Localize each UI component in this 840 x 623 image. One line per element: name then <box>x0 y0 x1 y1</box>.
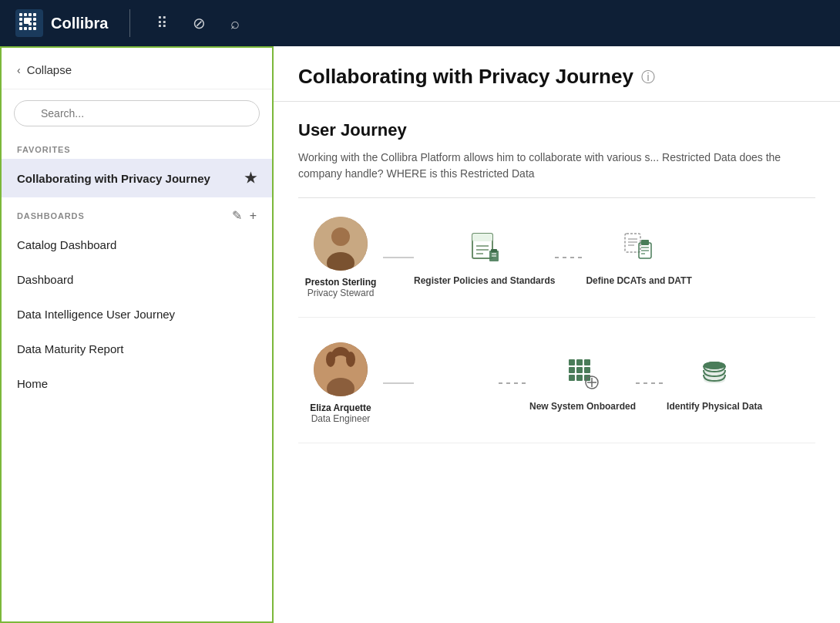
svg-rect-49 <box>569 375 575 381</box>
avatar-eliza <box>314 342 368 396</box>
connector-2b <box>499 382 529 384</box>
step-label-data: Identify Physical Data <box>667 401 762 413</box>
svg-point-41 <box>346 352 355 367</box>
dcat-icon <box>619 227 659 268</box>
person-role-preston: Privacy Steward <box>307 288 375 298</box>
svg-rect-20 <box>472 234 492 241</box>
svg-rect-50 <box>576 375 583 381</box>
dashboards-section-header: DASHBOARDS ✎ + <box>2 200 272 227</box>
connector-2c <box>636 382 667 384</box>
line-1a <box>383 257 414 258</box>
svg-rect-46 <box>569 367 575 373</box>
sidebar-item-home[interactable]: Home <box>2 366 272 401</box>
sidebar-item-home-label: Home <box>17 377 48 390</box>
collapse-button[interactable]: ‹ Collapse <box>2 48 272 89</box>
edit-icon[interactable]: ✎ <box>232 208 242 223</box>
journey-step-dcat[interactable]: Define DCATs and DATT <box>586 227 691 288</box>
svg-rect-25 <box>491 249 497 252</box>
favorites-label: FAVORITES <box>2 137 272 159</box>
svg-rect-12 <box>24 27 27 30</box>
connector-1a <box>383 257 414 258</box>
sidebar-item-dashboard[interactable]: Dashboard <box>2 262 272 297</box>
svg-rect-47 <box>576 367 583 373</box>
svg-point-56 <box>704 362 725 369</box>
journey-step-system[interactable]: New System Onboarded <box>529 353 636 413</box>
star-icon: ★ <box>244 170 257 187</box>
journey-content: User Journey Working with the Collibra P… <box>274 102 840 623</box>
sidebar-item-data-maturity[interactable]: Data Maturity Report <box>2 332 272 366</box>
journey-row-1: Preston Sterling Privacy Steward <box>298 217 815 318</box>
connector-1b <box>555 257 586 258</box>
right-panel: Collaborating with Privacy Journey ⓘ Use… <box>274 46 840 623</box>
connector-2a <box>383 382 414 384</box>
dashboards-label: DASHBOARDS <box>17 211 85 221</box>
svg-rect-33 <box>641 240 649 245</box>
avatar-svg-preston <box>314 217 368 271</box>
svg-rect-8 <box>19 27 22 30</box>
svg-rect-2 <box>24 13 27 16</box>
svg-rect-45 <box>584 359 590 365</box>
page-header: Collaborating with Privacy Journey ⓘ <box>274 46 840 102</box>
search-container: 🔍 <box>2 89 272 137</box>
search-icon[interactable]: ⌕ <box>226 10 244 37</box>
svg-rect-3 <box>29 13 32 16</box>
avatar-preston <box>314 217 368 271</box>
svg-rect-44 <box>576 359 583 365</box>
page-title: Collaborating with Privacy Journey <box>298 65 633 89</box>
svg-rect-6 <box>19 22 22 25</box>
step-label-policies: Register Policies and Standards <box>414 275 555 288</box>
logo[interactable]: Collibra <box>15 9 108 37</box>
svg-point-17 <box>331 227 350 246</box>
svg-rect-1 <box>19 13 22 16</box>
sidebar-item-data-intelligence[interactable]: Data Intelligence User Journey <box>2 297 272 332</box>
journey-description: Working with the Collibra Platform allow… <box>298 150 815 198</box>
svg-rect-4 <box>19 18 22 21</box>
journey-step-policies[interactable]: Register Policies and Standards <box>414 227 555 288</box>
line-2c <box>636 382 667 384</box>
sidebar-item-catalog-dashboard[interactable]: Catalog Dashboard <box>2 227 272 262</box>
sidebar: ‹ Collapse 🔍 FAVORITES Collaborating wit… <box>0 46 274 623</box>
journey-person-preston: Preston Sterling Privacy Steward <box>298 217 383 298</box>
person-role-eliza: Data Engineer <box>311 413 371 424</box>
logo-icon <box>15 9 43 37</box>
policies-icon <box>465 227 505 268</box>
svg-rect-28 <box>625 234 640 252</box>
journey-section-title: User Journey <box>298 120 815 140</box>
compass-icon[interactable]: ⊘ <box>188 9 210 37</box>
system-icon <box>563 353 603 393</box>
add-icon[interactable]: + <box>250 209 257 223</box>
search-wrapper: 🔍 <box>14 100 260 126</box>
logo-text: Collibra <box>51 15 108 32</box>
svg-rect-10 <box>33 13 36 16</box>
sidebar-item-collaborating[interactable]: Collaborating with Privacy Journey ★ <box>2 159 272 197</box>
nav-divider <box>129 9 130 37</box>
line-2b <box>499 382 529 384</box>
data-icon <box>694 353 734 393</box>
svg-rect-43 <box>569 359 575 365</box>
main-area: ‹ Collapse 🔍 FAVORITES Collaborating wit… <box>0 46 840 623</box>
svg-rect-48 <box>584 367 590 373</box>
svg-rect-14 <box>33 22 36 25</box>
journey-person-eliza: Eliza Arquette Data Engineer <box>298 342 383 424</box>
grid-icon[interactable]: ⠿ <box>152 9 173 37</box>
sidebar-item-data-intelligence-label: Data Intelligence User Journey <box>17 308 175 321</box>
avatar-svg-eliza <box>314 342 368 396</box>
journey-row-2: Eliza Arquette Data Engineer <box>298 342 815 443</box>
svg-rect-15 <box>33 27 36 30</box>
sidebar-item-data-maturity-label: Data Maturity Report <box>17 342 123 355</box>
section-actions: ✎ + <box>232 208 257 223</box>
search-input[interactable] <box>14 100 260 126</box>
sidebar-item-catalog-dashboard-label: Catalog Dashboard <box>17 238 116 251</box>
svg-rect-7 <box>29 18 32 21</box>
sidebar-item-dashboard-label: Dashboard <box>17 273 73 286</box>
top-navbar: Collibra ⠿ ⊘ ⌕ <box>0 0 840 46</box>
person-name-eliza: Eliza Arquette <box>310 402 371 413</box>
step-label-dcat: Define DCATs and DATT <box>586 275 691 288</box>
journey-step-data[interactable]: Identify Physical Data <box>667 353 762 413</box>
svg-rect-11 <box>33 18 36 21</box>
line-1b <box>555 257 586 258</box>
svg-point-40 <box>326 352 335 367</box>
chevron-left-icon: ‹ <box>17 64 21 76</box>
info-icon[interactable]: ⓘ <box>641 68 655 86</box>
person-name-preston: Preston Sterling <box>305 277 377 288</box>
